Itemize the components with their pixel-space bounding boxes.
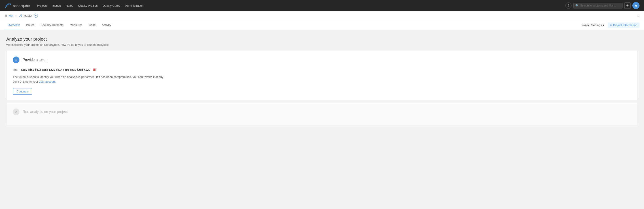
continue-button[interactable]: Continue	[13, 88, 32, 95]
step1-header: 1 Provide a token	[13, 56, 631, 63]
nav-administration[interactable]: Administration	[123, 3, 146, 9]
logo-text: sonarqube	[13, 4, 30, 7]
step2-title: Run analysis on your project	[22, 110, 68, 114]
project-info-label: Project information	[613, 23, 637, 27]
create-button[interactable]: +	[624, 2, 630, 9]
nav-projects[interactable]: Projects	[35, 3, 50, 9]
step1-card-inner: 1 Provide a token test: 43c74d57f41b288b…	[6, 51, 638, 100]
secondary-navigation: Overview Issues Security Hotspots Measur…	[0, 20, 644, 30]
user-account-link[interactable]: user account.	[39, 80, 56, 83]
top-navigation: sonarqube Projects Issues Rules Quality …	[0, 0, 644, 11]
secondary-tabs: Overview Issues Security Hotspots Measur…	[4, 20, 582, 30]
favorite-star-icon[interactable]: ☆	[14, 14, 18, 17]
project-information-button[interactable]: ≡ Project information	[608, 22, 640, 28]
tab-measures[interactable]: Measures	[67, 20, 86, 30]
tab-code[interactable]: Code	[86, 20, 99, 30]
delete-token-icon[interactable]: 🗑	[93, 68, 96, 72]
tab-overview[interactable]: Overview	[4, 20, 23, 30]
token-description: The token is used to identify you when a…	[13, 75, 165, 84]
search-box: 🔍	[573, 3, 622, 8]
main-content: Analyze your project We initialized your…	[0, 30, 644, 209]
step1-card: 1 Provide a token test: 43c74d57f41b288b…	[6, 51, 638, 100]
step1-title: Provide a token	[22, 58, 48, 62]
nav-issues[interactable]: Issues	[50, 3, 63, 9]
branch-name: master	[24, 14, 32, 17]
step2-header: 2 Run analysis on your project	[13, 109, 631, 115]
token-line: test: 43c74d57f41b288b1227ec144406ce39f2…	[13, 68, 631, 72]
project-icon: ▦	[4, 14, 7, 17]
chevron-down-icon: ▾	[603, 23, 604, 27]
user-avatar[interactable]: A	[632, 2, 640, 9]
search-input[interactable]	[580, 4, 620, 7]
analyze-subheading: We initialized your project on SonarQube…	[6, 43, 638, 46]
nav-quality-gates[interactable]: Quality Gates	[100, 3, 122, 9]
search-icon: 🔍	[575, 4, 579, 7]
analyze-heading: Analyze your project	[6, 37, 638, 42]
step2-card: 2 Run analysis on your project	[6, 103, 638, 125]
nav-links: Projects Issues Rules Quality Profiles Q…	[35, 3, 564, 9]
branch-icon: ⎇	[19, 14, 22, 17]
project-settings-label: Project Settings	[582, 23, 602, 27]
tab-security-hotspots[interactable]: Security Hotspots	[38, 20, 67, 30]
help-button[interactable]: ?	[565, 2, 572, 9]
nav-quality-profiles[interactable]: Quality Profiles	[76, 3, 100, 9]
step2-number: 2	[13, 109, 20, 115]
nav-right: ? 🔍 + A	[565, 2, 640, 9]
breadcrumb-bar: ▦ test ☆ ⎇ master + ⌂	[0, 11, 644, 20]
token-value: 43c74d57f41b288b1227ec144406ce39f2cf7122	[20, 68, 90, 71]
step2-card-inner: 2 Run analysis on your project	[6, 103, 638, 125]
tab-issues[interactable]: Issues	[23, 20, 38, 30]
add-branch-button[interactable]: +	[34, 14, 38, 18]
step1-number: 1	[13, 56, 20, 63]
sonarqube-logo-icon	[4, 2, 12, 9]
secondary-nav-right: Project Settings ▾ ≡ Project information	[582, 22, 640, 28]
nav-rules[interactable]: Rules	[64, 3, 75, 9]
project-settings-button[interactable]: Project Settings ▾	[582, 23, 604, 27]
home-icon[interactable]: ⌂	[637, 14, 640, 18]
project-name-link[interactable]: test	[8, 14, 13, 17]
tab-activity[interactable]: Activity	[99, 20, 114, 30]
logo: sonarqube	[4, 2, 30, 9]
list-icon: ≡	[610, 23, 612, 27]
token-label: test:	[13, 68, 18, 71]
